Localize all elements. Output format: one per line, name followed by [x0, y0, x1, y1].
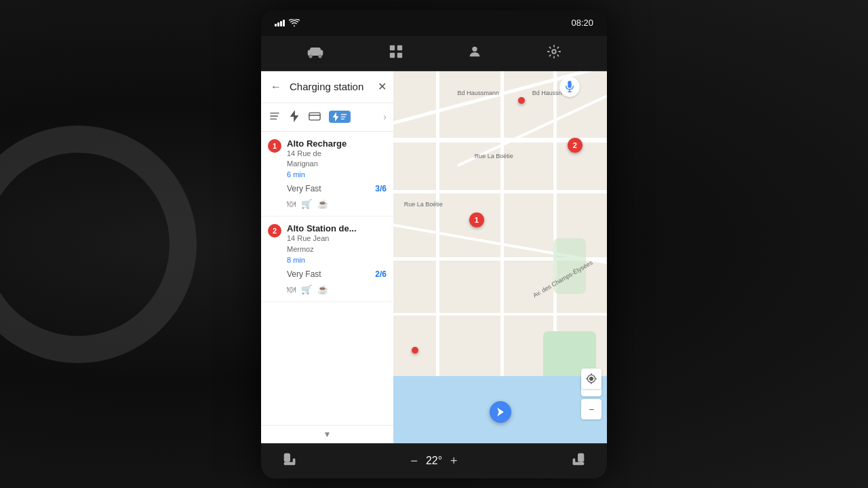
back-button[interactable]: ←	[268, 79, 284, 94]
charging-panel: ← Charging station ✕	[261, 71, 393, 443]
device-frame: 08:20	[261, 10, 607, 478]
voice-button[interactable]	[559, 77, 580, 97]
svg-rect-32	[293, 458, 296, 465]
svg-rect-4	[390, 45, 395, 50]
location-button[interactable]	[581, 369, 601, 389]
filter-list-icon[interactable]	[268, 110, 281, 124]
amenity-shop-2: 🛒	[301, 284, 312, 295]
amenity-food-2: 🍽	[287, 284, 296, 295]
svg-rect-5	[397, 45, 402, 50]
amenity-cafe-2: ☕	[317, 284, 328, 295]
filter-card-icon[interactable]	[307, 110, 322, 124]
amenity-shop-1: 🛒	[301, 199, 312, 209]
filter-bolt-icon[interactable]	[288, 109, 300, 126]
bottom-bar: − 22° +	[261, 443, 607, 478]
svg-point-9	[552, 50, 556, 54]
station-1-address: 14 Rue de Marignan	[287, 149, 387, 170]
temp-minus-button[interactable]: −	[410, 454, 418, 468]
profile-nav-icon[interactable]	[463, 40, 486, 67]
status-left	[275, 19, 300, 27]
map-marker-small-2	[518, 97, 525, 104]
svg-rect-20	[568, 81, 571, 88]
station-2-speed: Very Fast	[287, 269, 321, 279]
svg-rect-1	[310, 47, 321, 52]
station-1-count: 3/6	[375, 184, 387, 193]
seat-left-icon[interactable]	[281, 451, 299, 472]
filter-more-icon[interactable]: ›	[383, 111, 387, 122]
station-1-number: 1	[268, 139, 281, 153]
svg-rect-33	[578, 453, 584, 462]
map-label-bd-haussmann-1: Bd Haussmann	[458, 90, 500, 96]
signal-bar-2	[277, 22, 279, 26]
wifi-icon	[289, 19, 300, 27]
station-item-2[interactable]: 2 Alto Station de... 14 Rue Jean Mermoz …	[261, 217, 393, 302]
signal-bar-1	[275, 24, 277, 26]
station-1-info: Alto Recharge 14 Rue de Marignan 6 min	[287, 138, 387, 179]
settings-nav-icon[interactable]	[542, 40, 566, 67]
car-nav-icon[interactable]	[302, 41, 328, 66]
svg-rect-31	[284, 462, 294, 465]
amenity-food-1: 🍽	[287, 199, 296, 209]
signal-bar-3	[280, 21, 282, 26]
svg-point-3	[319, 54, 322, 58]
svg-rect-6	[390, 52, 395, 57]
filter-bar: ›	[261, 103, 393, 132]
temperature-display: 22°	[426, 455, 442, 467]
station-1-name: Alto Recharge	[287, 138, 387, 149]
navigation-arrow[interactable]	[490, 401, 511, 423]
map-label-rue-la-boetie: Rue La Boétie	[475, 153, 513, 159]
svg-rect-34	[574, 462, 584, 465]
station-1-time: 6 min	[287, 170, 387, 179]
map-marker-small-1	[412, 347, 418, 354]
zoom-out-button[interactable]: −	[581, 399, 601, 419]
map-area[interactable]: Bd Haussmann Bd Haussmann Rue La Boétie …	[393, 71, 607, 443]
svg-marker-13	[290, 110, 299, 122]
filter-fast-icon[interactable]	[329, 111, 351, 123]
station-2-name: Alto Station de...	[287, 223, 387, 233]
svg-point-8	[473, 46, 477, 51]
station-2-time: 8 min	[287, 256, 387, 264]
station-item-1[interactable]: 1 Alto Recharge 14 Rue de Marignan 6 min…	[261, 132, 393, 217]
close-button[interactable]: ✕	[378, 80, 387, 93]
svg-marker-23	[497, 407, 504, 416]
svg-point-24	[590, 377, 593, 380]
station-2-count: 2/6	[375, 269, 387, 279]
station-2-header: 2 Alto Station de... 14 Rue Jean Mermoz …	[268, 223, 387, 264]
station-1-speed: Very Fast	[287, 184, 321, 193]
signal-bar-4	[283, 20, 285, 26]
svg-rect-7	[397, 52, 402, 57]
station-2-speed-row: Very Fast 2/6	[268, 267, 387, 282]
grid-nav-icon[interactable]	[384, 40, 408, 67]
station-1-amenities: 🍽 🛒 ☕	[268, 196, 387, 209]
svg-rect-14	[309, 113, 320, 120]
status-time: 08:20	[571, 18, 593, 28]
station-2-amenities: 🍽 🛒 ☕	[268, 282, 387, 295]
station-1-header: 1 Alto Recharge 14 Rue de Marignan 6 min	[268, 138, 387, 179]
svg-rect-35	[573, 458, 576, 465]
station-2-address: 14 Rue Jean Mermoz	[287, 233, 387, 255]
scroll-down-indicator[interactable]: ▼	[261, 425, 393, 443]
svg-marker-16	[333, 112, 339, 121]
panel-header: ← Charging station ✕	[261, 71, 393, 103]
map-label-rue-la-boetie-2: Rue La Boétie	[404, 201, 443, 208]
signal-icon	[275, 20, 285, 26]
amenity-cafe-1: ☕	[317, 199, 328, 209]
station-2-info: Alto Station de... 14 Rue Jean Mermoz 8 …	[287, 223, 387, 264]
seat-right-icon[interactable]	[569, 451, 587, 472]
svg-rect-30	[284, 453, 290, 462]
main-content: ← Charging station ✕	[261, 71, 607, 443]
station-list: 1 Alto Recharge 14 Rue de Marignan 6 min…	[261, 132, 393, 425]
temp-plus-button[interactable]: +	[450, 454, 458, 468]
svg-point-2	[309, 54, 313, 58]
map-marker-1[interactable]: 1	[469, 212, 484, 227]
top-nav	[261, 36, 607, 71]
temperature-control: − 22° +	[410, 454, 457, 468]
status-bar: 08:20	[261, 10, 607, 36]
station-1-speed-row: Very Fast 3/6	[268, 181, 387, 196]
map-marker-2[interactable]: 2	[568, 138, 583, 153]
station-2-number: 2	[268, 224, 281, 238]
panel-title: Charging station	[290, 81, 372, 92]
